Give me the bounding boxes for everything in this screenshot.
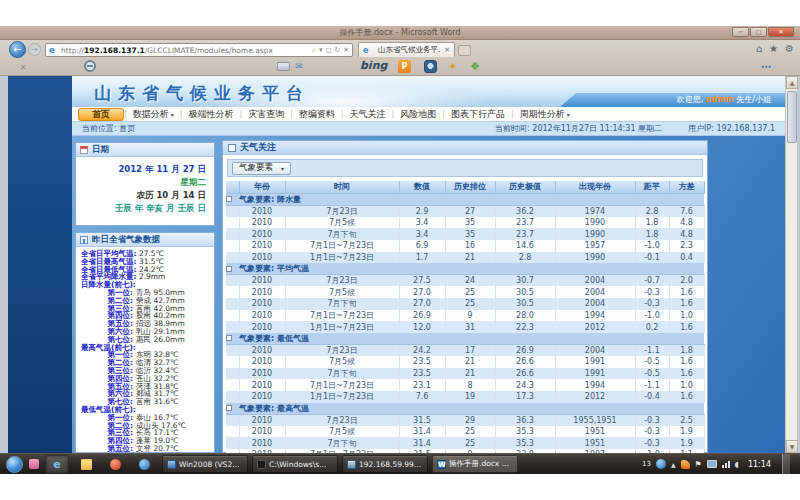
chevron-down-icon[interactable]: ▾ [319, 46, 323, 54]
address-bar[interactable]: e http://192.168.137.1/GLCCLIMATE/module… [45, 43, 353, 57]
page-scrollbar[interactable]: ▲ ▼ [785, 76, 797, 453]
volume-icon[interactable]: ◖ [735, 460, 739, 469]
close-button[interactable]: ✕ [768, 27, 794, 37]
more-options-icon[interactable]: ⋯ [761, 61, 772, 72]
browser-tab[interactable]: e 山东省气候业务平... ✕ [358, 42, 455, 57]
page-left-margin [8, 76, 72, 453]
table-row[interactable]: 20101月1日~7月23日7.61917.32012-0.41.6 [226, 391, 704, 403]
share-widget-icon[interactable]: ❖ [470, 60, 480, 73]
taskbar-button-2[interactable]: 192.168.59.99... [342, 455, 428, 473]
table-row[interactable]: 20107月下旬3.43523.719901.84.8 [226, 228, 704, 240]
sparkle-widget-icon[interactable]: ✦ [448, 60, 457, 73]
folder-icon[interactable] [74, 455, 98, 474]
start-button[interactable] [6, 456, 23, 473]
network-icon[interactable] [722, 461, 730, 468]
compatibility-view-icon[interactable]: ◻ [325, 46, 331, 54]
input-method-icon[interactable] [656, 459, 666, 469]
nav-item-2[interactable]: 极端性分析 [182, 108, 239, 121]
nav-item-5[interactable]: 天气关注 [344, 108, 392, 121]
mail-icon[interactable]: ✉ [295, 61, 303, 71]
element-selector-label: 气象要素 [239, 162, 273, 174]
calendar-panel-header: 日期 [76, 143, 214, 157]
media-player-icon[interactable] [103, 455, 127, 474]
nav-item-6[interactable]: 风险地图 [394, 108, 442, 121]
table-row[interactable]: 20101月1日~7月23日1.7212.81990-0.10.4 [226, 252, 704, 264]
new-tab-button[interactable] [458, 45, 471, 56]
table-cell: 25 [445, 298, 495, 310]
nav-item-7[interactable]: 图表下行产品 [445, 108, 511, 121]
table-header-cell: 方差 [669, 181, 704, 193]
tray-expand-icon[interactable]: ▲ [671, 461, 676, 468]
favorites-star-icon[interactable]: ★ [769, 43, 778, 54]
show-desktop-button[interactable] [782, 454, 790, 475]
table-row[interactable]: 20107月23日2.92736.219742.87.6 [226, 205, 704, 217]
checkbox-icon[interactable] [226, 196, 232, 202]
tab-favicon: e [363, 46, 372, 55]
table-cell: 1.8 [635, 228, 669, 240]
stop-icon[interactable]: ✕ [343, 46, 349, 54]
table-row[interactable]: 20107月23日24.21726.92004-1.11.8 [226, 344, 704, 356]
table-row[interactable]: 20107月下旬23.52126.61991-0.51.6 [226, 368, 704, 380]
table-group-row[interactable]: 气象要素: 最高气温 [226, 403, 704, 415]
action-center-flag-icon[interactable]: ⚑ [695, 460, 702, 469]
table-row[interactable]: 20107月5候31.42535.31951-0.31.9 [226, 426, 704, 438]
breadcrumb-current[interactable]: 首页 [119, 124, 135, 133]
taskbar-button-0[interactable]: Win2008 (VS2... [162, 455, 248, 473]
table-row[interactable]: 20107月5候3.43523.719901.84.8 [226, 217, 704, 229]
table-cell: 2.0 [669, 275, 704, 287]
display-icon[interactable] [707, 460, 717, 468]
toolbar-close-icon[interactable]: ✕ [20, 63, 27, 72]
security-alert-icon[interactable] [681, 460, 690, 469]
table-row[interactable]: 20107月下旬31.42535.31951-0.31.9 [226, 437, 704, 449]
table-group-row[interactable]: 气象要素: 最低气温 [226, 333, 704, 345]
table-row[interactable]: 20107月1日~7月23日23.1824.31994-1.11.0 [226, 379, 704, 391]
minimize-button[interactable]: ─ [732, 27, 749, 37]
taskbar-button-3[interactable]: 操作手册.docx ... [432, 455, 518, 473]
table-row[interactable]: 20107月23日27.52430.72004-0.72.0 [226, 275, 704, 287]
checkbox-icon[interactable] [226, 405, 232, 411]
url-text: http://192.168.137.1/GLCCLIMATE/modules/… [61, 46, 312, 55]
table-row[interactable]: 20107月1日~7月23日26.9928.01994-1.01.0 [226, 310, 704, 322]
settings-gear-icon[interactable]: ⚙ [785, 43, 794, 54]
nav-item-4[interactable]: 整编资料 [293, 108, 341, 121]
scrollbar-up-arrow[interactable]: ▲ [786, 76, 798, 89]
table-cell: 2.9 [399, 205, 445, 217]
home-icon[interactable]: ⌂ [756, 43, 762, 54]
table-group-row[interactable]: 气象要素: 平均气温 [226, 263, 704, 275]
maximize-button[interactable]: ▢ [750, 27, 767, 37]
nav-item-8[interactable]: 周期性分析▾ [514, 108, 576, 121]
taskbar-clock[interactable]: 11:14 [748, 460, 771, 469]
table-row[interactable]: 20107月5候23.52126.61991-0.51.6 [226, 356, 704, 368]
nav-item-label: 灾害查询 [248, 108, 284, 121]
bing-app-icon[interactable]: P [398, 60, 411, 73]
table-cell: -0.3 [635, 414, 669, 426]
nav-item-1[interactable]: 数据分析▾ [127, 108, 180, 121]
table-cell: 7月23日 [285, 414, 399, 426]
table-cell: 0.2 [635, 321, 669, 333]
table-row[interactable]: 20107月1日~7月23日6.91614.61957-1.02.3 [226, 240, 704, 252]
element-selector-button[interactable]: 气象要素 ▾ [232, 162, 291, 175]
camera-widget-icon[interactable] [424, 60, 437, 73]
table-row[interactable]: 20107月5候27.02530.52004-0.31.6 [226, 286, 704, 298]
refresh-icon[interactable]: ↻ [334, 46, 340, 54]
table-row[interactable]: 20107月下旬27.02530.52004-0.31.6 [226, 298, 704, 310]
nav-item-0[interactable]: 首页 [78, 108, 124, 121]
card-icon[interactable] [277, 62, 290, 71]
tab-close-icon[interactable]: ✕ [444, 46, 450, 54]
checkbox-icon[interactable] [226, 266, 232, 272]
scrollbar-down-arrow[interactable]: ▼ [786, 440, 798, 453]
pinned-app-icon[interactable] [29, 459, 39, 469]
ie-icon[interactable] [45, 455, 69, 474]
taskbar-button-1[interactable]: C:\Windows\s... [252, 455, 338, 473]
table-row[interactable]: 20101月1日~7月23日12.03122.320120.21.6 [226, 321, 704, 333]
nav-item-3[interactable]: 灾害查询 [242, 108, 290, 121]
search-icon[interactable]: ⌕ [312, 46, 316, 54]
table-row[interactable]: 20107月23日31.52936.31955,1951-0.32.5 [226, 414, 704, 426]
scrollbar-thumb[interactable] [787, 91, 797, 143]
browser-sphere-icon[interactable] [132, 455, 156, 474]
back-button[interactable]: ← [9, 41, 26, 58]
forward-button[interactable]: → [28, 43, 41, 56]
checkbox-icon[interactable] [226, 335, 232, 341]
table-group-row[interactable]: 气象要素: 降水量 [226, 193, 704, 205]
bing-logo[interactable]: bing [360, 59, 387, 72]
